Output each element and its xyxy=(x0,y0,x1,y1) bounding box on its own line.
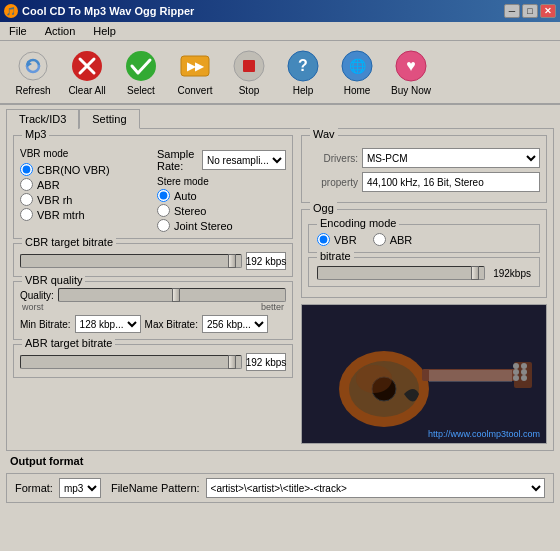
cbr-value-box: 192 kbps xyxy=(246,252,286,270)
minimize-button[interactable]: ─ xyxy=(504,4,520,18)
menu-help[interactable]: Help xyxy=(90,24,119,38)
stere-stereo-label: Stereo xyxy=(174,205,206,217)
convert-label: Convert xyxy=(177,85,212,96)
stere-auto-label: Auto xyxy=(174,190,197,202)
output-section-label: Output format xyxy=(6,453,554,469)
ogg-group: Ogg Encoding mode VBR ABR xyxy=(301,209,547,298)
svg-point-30 xyxy=(521,363,527,369)
cbr-group-title: CBR target bitrate xyxy=(22,236,116,248)
stop-icon xyxy=(231,48,267,84)
better-label: better xyxy=(261,302,284,312)
max-bitrate-select[interactable]: 256 kbp... xyxy=(202,315,268,333)
min-bitrate-select[interactable]: 128 kbp... xyxy=(75,315,141,333)
refresh-label: Refresh xyxy=(15,85,50,96)
cbr-group: CBR target bitrate 192 kbps xyxy=(13,243,293,277)
refresh-icon xyxy=(15,48,51,84)
stere-joint-label: Joint Stereo xyxy=(174,220,233,232)
output-format-bar: Format: mp3 FileName Pattern: <artist>\<… xyxy=(6,473,554,503)
vbr-abr-radio[interactable] xyxy=(20,178,33,191)
stere-joint-radio[interactable] xyxy=(157,219,170,232)
ogg-bitrate-slider[interactable] xyxy=(317,266,485,280)
svg-point-31 xyxy=(521,369,527,375)
property-label: property xyxy=(308,177,358,188)
stere-auto-radio[interactable] xyxy=(157,189,170,202)
stere-stereo-radio[interactable] xyxy=(157,204,170,217)
ogg-abr-radio[interactable] xyxy=(373,233,386,246)
right-column: Wav Drivers: MS-PCM property 44,100 kHz,… xyxy=(301,135,547,444)
filename-pattern-select[interactable]: <artist>\<artist>\<title>-<track> xyxy=(206,478,545,498)
vbr-quality-group: VBR quality Quality: worst better Min Bi… xyxy=(13,281,293,340)
menu-bar: File Action Help xyxy=(0,22,560,41)
home-icon: 🌐 xyxy=(339,48,375,84)
clear-all-icon xyxy=(69,48,105,84)
buy-now-button[interactable]: ♥ Buy Now xyxy=(386,45,436,99)
tab-track-id3[interactable]: Track/ID3 xyxy=(6,109,79,129)
buy-now-label: Buy Now xyxy=(391,85,431,96)
svg-text:▶▶: ▶▶ xyxy=(187,60,205,72)
abr-slider-track[interactable] xyxy=(20,355,242,369)
title-bar: 🎵 Cool CD To Mp3 Wav Ogg Ripper ─ □ ✕ xyxy=(0,0,560,22)
abr-value-box: 192 kbps xyxy=(246,353,286,371)
tab-setting[interactable]: Setting xyxy=(79,109,139,129)
svg-point-0 xyxy=(19,52,47,80)
refresh-button[interactable]: Refresh xyxy=(8,45,58,99)
vbr-cbr-radio[interactable] xyxy=(20,163,33,176)
app-icon: 🎵 xyxy=(4,4,18,18)
menu-file[interactable]: File xyxy=(6,24,30,38)
vbr-rh-label: VBR rh xyxy=(37,194,72,206)
mp3-group: Mp3 VBR mode CBR(NO VBR) ABR xyxy=(13,135,293,239)
worst-label: worst xyxy=(22,302,44,312)
format-select[interactable]: mp3 xyxy=(59,478,101,498)
ogg-bitrate-title: bitrate xyxy=(317,250,354,262)
help-icon: ? xyxy=(285,48,321,84)
svg-rect-9 xyxy=(243,60,255,72)
vbr-mtrh-radio[interactable] xyxy=(20,208,33,221)
buy-now-icon: ♥ xyxy=(393,48,429,84)
stop-button[interactable]: Stop xyxy=(224,45,274,99)
svg-point-29 xyxy=(513,375,519,381)
settings-panel: Mp3 VBR mode CBR(NO VBR) ABR xyxy=(6,128,554,451)
format-label: Format: xyxy=(15,482,53,494)
ogg-vbr-radio[interactable] xyxy=(317,233,330,246)
vbr-modes: VBR mode CBR(NO VBR) ABR xyxy=(20,148,149,232)
convert-icon: ▶▶ xyxy=(177,48,213,84)
filename-label: FileName Pattern: xyxy=(111,482,200,494)
sample-rate-label: Sample Rate: xyxy=(157,148,196,172)
convert-button[interactable]: ▶▶ Convert xyxy=(170,45,220,99)
cbr-slider-track[interactable] xyxy=(20,254,242,268)
abr-group-title: ABR target bitrate xyxy=(22,337,115,349)
encoding-mode-title: Encoding mode xyxy=(317,217,399,229)
close-button[interactable]: ✕ xyxy=(540,4,556,18)
stop-label: Stop xyxy=(239,85,260,96)
clear-all-button[interactable]: Clear All xyxy=(62,45,112,99)
tab-bar: Track/ID3 Setting xyxy=(6,109,554,129)
sample-stere: Sample Rate: No resampli... Stere mode A… xyxy=(157,148,286,232)
mp3-group-title: Mp3 xyxy=(22,128,49,140)
clear-all-label: Clear All xyxy=(68,85,105,96)
home-button[interactable]: 🌐 Home xyxy=(332,45,382,99)
svg-text:🌐: 🌐 xyxy=(349,58,367,75)
guitar-url[interactable]: http://www.coolmp3tool.com xyxy=(428,429,540,439)
driver-label: Drivers: xyxy=(308,153,358,164)
vbr-quality-slider[interactable] xyxy=(58,288,286,302)
maximize-button[interactable]: □ xyxy=(522,4,538,18)
toolbar: Refresh Clear All Select ▶▶ xyxy=(0,41,560,105)
ogg-abr-label: ABR xyxy=(390,234,413,246)
svg-text:♥: ♥ xyxy=(406,57,416,74)
select-icon xyxy=(123,48,159,84)
driver-select[interactable]: MS-PCM xyxy=(362,148,540,168)
wav-group: Wav Drivers: MS-PCM property 44,100 kHz,… xyxy=(301,135,547,203)
help-label: Help xyxy=(293,85,314,96)
vbr-rh-radio[interactable] xyxy=(20,193,33,206)
svg-point-32 xyxy=(521,375,527,381)
sample-rate-select[interactable]: No resampli... xyxy=(202,150,286,170)
left-column: Mp3 VBR mode CBR(NO VBR) ABR xyxy=(13,135,293,444)
ogg-bitrate-group: bitrate 192kbps xyxy=(308,257,540,287)
max-bitrate-label: Max Bitrate: xyxy=(145,319,198,330)
quality-label: Quality: xyxy=(20,290,54,301)
help-button[interactable]: ? Help xyxy=(278,45,328,99)
menu-action[interactable]: Action xyxy=(42,24,79,38)
ogg-vbr-label: VBR xyxy=(334,234,357,246)
select-button[interactable]: Select xyxy=(116,45,166,99)
select-label: Select xyxy=(127,85,155,96)
